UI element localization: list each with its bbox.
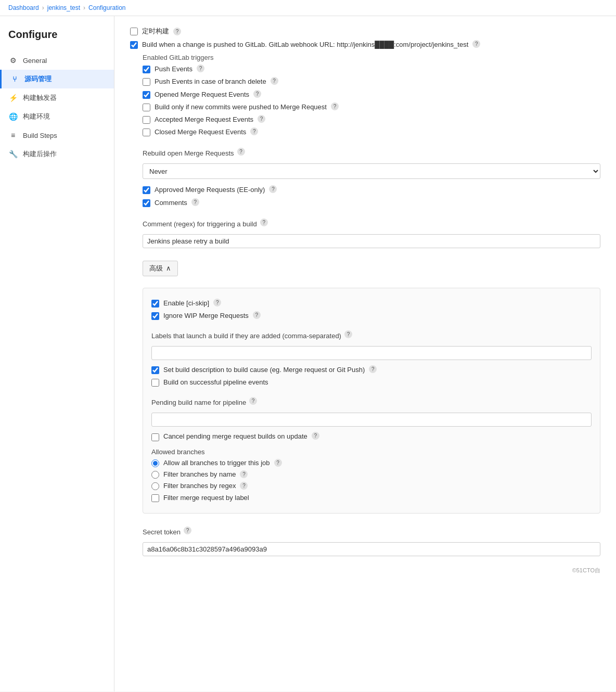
rebuild-section: Rebuild open Merge Requests ? Never <box>143 143 600 179</box>
sidebar-label-scm: 源码管理 <box>24 74 52 84</box>
comments-checkbox[interactable] <box>143 199 150 207</box>
build-pipeline-checkbox[interactable] <box>151 379 159 387</box>
build-only-new-commits-help[interactable]: ? <box>331 102 339 110</box>
comments-row: Comments ? <box>143 198 600 208</box>
ignore-wip-help[interactable]: ? <box>253 311 261 319</box>
sidebar-item-build-env[interactable]: 🌐 构建环境 <box>0 107 114 126</box>
labels-section: Labels that launch a build if they are a… <box>151 326 592 360</box>
cancel-pending-checkbox[interactable] <box>151 433 159 441</box>
ignore-wip-checkbox[interactable] <box>151 312 159 320</box>
sidebar-item-post-build[interactable]: 🔧 构建后操作 <box>0 145 114 163</box>
sidebar-label-post-build: 构建后操作 <box>23 149 57 159</box>
sidebar: Configure ⚙ General ⑂ 源码管理 ⚡ 构建触发器 🌐 构建环… <box>0 16 114 691</box>
ci-skip-label: Enable [ci-skip] <box>163 299 209 308</box>
closed-mr-label: Closed Merge Request Events <box>155 127 246 137</box>
push-events-help[interactable]: ? <box>197 65 204 72</box>
opened-mr-row: Opened Merge Request Events ? <box>143 90 600 99</box>
filter-by-regex-radio[interactable] <box>151 482 159 490</box>
accepted-mr-row: Accepted Merge Request Events ? <box>143 115 600 124</box>
cron-help-icon[interactable]: ? <box>173 28 181 35</box>
labels-help[interactable]: ? <box>344 330 352 338</box>
filter-by-label-checkbox[interactable] <box>151 494 159 502</box>
enabled-triggers-label: Enabled GitLab triggers <box>143 54 600 61</box>
breadcrumb-config: Configuration <box>88 4 125 11</box>
allowed-branches-label: Allowed branches <box>151 448 592 456</box>
sidebar-title: Configure <box>0 24 114 51</box>
cron-checkbox[interactable] <box>130 28 138 35</box>
pending-build-section: Pending build name for pipeline ? <box>151 392 592 427</box>
comment-regex-input[interactable] <box>143 234 600 248</box>
approved-mr-label: Approved Merge Requests (EE-only) <box>155 185 265 195</box>
filter-by-name-row: Filter branches by name ? <box>151 470 592 479</box>
post-build-icon: 🔧 <box>8 149 18 159</box>
filter-by-regex-row: Filter branches by regex ? <box>151 482 592 490</box>
push-events-delete-help[interactable]: ? <box>271 77 278 85</box>
opened-mr-checkbox[interactable] <box>143 91 150 99</box>
sidebar-item-general[interactable]: ⚙ General <box>0 51 114 70</box>
advanced-section: Enable [ci-skip] ? Ignore WIP Merge Requ… <box>143 288 600 514</box>
comment-regex-label: Comment (regex) for triggering a build <box>143 220 257 228</box>
scm-icon: ⑂ <box>10 74 19 84</box>
advanced-button[interactable]: 高级 ∧ <box>143 261 178 276</box>
accepted-mr-help[interactable]: ? <box>258 115 265 123</box>
set-build-desc-checkbox[interactable] <box>151 366 159 374</box>
filter-by-name-help[interactable]: ? <box>240 470 248 478</box>
closed-mr-row: Closed Merge Request Events ? <box>143 127 600 137</box>
allow-all-help[interactable]: ? <box>274 459 282 467</box>
labels-label: Labels that launch a build if they are a… <box>151 332 341 340</box>
approved-mr-checkbox[interactable] <box>143 186 150 194</box>
allow-all-label: Allow all branches to trigger this job <box>163 459 270 467</box>
sidebar-item-build-steps[interactable]: ≡ Build Steps <box>0 126 114 145</box>
gitlab-build-help-icon[interactable]: ? <box>472 40 480 48</box>
breadcrumb-project[interactable]: jenkins_test <box>47 4 80 11</box>
rebuild-help[interactable]: ? <box>237 148 245 156</box>
filter-by-regex-label: Filter branches by regex <box>163 482 236 490</box>
pending-build-help[interactable]: ? <box>249 397 257 405</box>
push-events-delete-checkbox[interactable] <box>143 78 150 86</box>
secret-token-input[interactable] <box>143 542 600 556</box>
closed-mr-help[interactable]: ? <box>250 127 258 135</box>
gitlab-build-checkbox[interactable] <box>130 41 138 49</box>
sidebar-label-build-steps: Build Steps <box>23 132 57 139</box>
ci-skip-help[interactable]: ? <box>213 299 221 306</box>
opened-mr-label: Opened Merge Request Events <box>155 90 249 99</box>
comments-help[interactable]: ? <box>191 198 199 206</box>
push-events-checkbox[interactable] <box>143 66 150 73</box>
allow-all-branches-row: Allow all branches to trigger this job ? <box>151 459 592 467</box>
filter-by-label-row: Filter merge request by label <box>151 493 592 503</box>
set-build-desc-help[interactable]: ? <box>369 365 377 373</box>
filter-by-name-label: Filter branches by name <box>163 470 236 478</box>
footer-text: ©51CTO自 <box>572 567 600 573</box>
rebuild-select[interactable]: Never <box>143 163 600 179</box>
accepted-mr-checkbox[interactable] <box>143 116 150 124</box>
comment-regex-section: Comment (regex) for triggering a build ? <box>143 214 600 248</box>
cancel-pending-row: Cancel pending merge request builds on u… <box>151 432 592 441</box>
rebuild-label: Rebuild open Merge Requests <box>143 149 234 157</box>
cron-section: 定时构建 ? <box>130 27 600 36</box>
comment-regex-help[interactable]: ? <box>260 219 268 226</box>
allow-all-radio[interactable] <box>151 459 159 467</box>
pending-build-input[interactable] <box>151 413 592 427</box>
filter-by-label-label: Filter merge request by label <box>163 493 249 503</box>
push-events-row: Push Events ? <box>143 65 600 74</box>
cancel-pending-help[interactable]: ? <box>312 432 319 440</box>
labels-input[interactable] <box>151 346 592 360</box>
filter-by-name-radio[interactable] <box>151 471 159 479</box>
allowed-branches-section: Allowed branches Allow all branches to t… <box>151 448 592 503</box>
ci-skip-checkbox[interactable] <box>151 300 159 307</box>
gitlab-build-label[interactable]: Build when a change is pushed to GitLab.… <box>142 40 468 49</box>
approved-mr-help[interactable]: ? <box>269 185 277 193</box>
closed-mr-checkbox[interactable] <box>143 129 150 136</box>
gear-icon: ⚙ <box>8 56 18 65</box>
build-only-new-commits-checkbox[interactable] <box>143 104 150 111</box>
opened-mr-help[interactable]: ? <box>253 90 261 98</box>
sidebar-item-scm[interactable]: ⑂ 源码管理 <box>0 70 114 88</box>
cron-label[interactable]: 定时构建 <box>142 27 169 36</box>
secret-token-help[interactable]: ? <box>184 527 191 534</box>
filter-by-regex-help[interactable]: ? <box>240 482 248 490</box>
breadcrumb-dashboard[interactable]: Dashboard <box>8 4 39 11</box>
main-content: 定时构建 ? Build when a change is pushed to … <box>114 16 616 691</box>
sidebar-item-triggers[interactable]: ⚡ 构建触发器 <box>0 88 114 107</box>
accepted-mr-label: Accepted Merge Request Events <box>155 115 253 124</box>
footer: ©51CTO自 <box>130 567 600 574</box>
